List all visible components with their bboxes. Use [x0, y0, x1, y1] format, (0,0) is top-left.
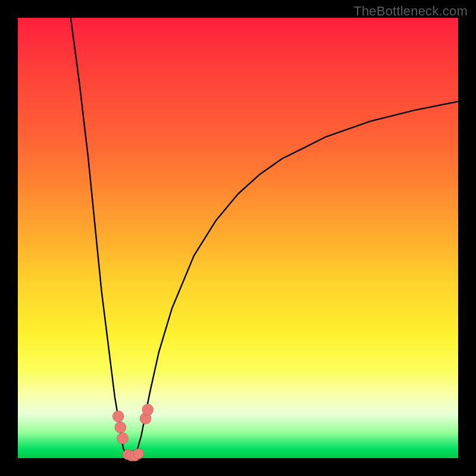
curve-svg — [18, 18, 458, 458]
plot-area — [18, 18, 458, 458]
curve-right-branch — [132, 102, 458, 458]
data-point — [133, 449, 144, 459]
data-point — [112, 411, 124, 422]
curve-left-branch — [71, 18, 133, 458]
chart-frame: TheBottleneck.com — [0, 0, 476, 476]
watermark-text: TheBottleneck.com — [353, 4, 468, 19]
data-markers — [112, 404, 154, 461]
data-point — [117, 433, 129, 444]
data-point — [115, 422, 126, 433]
data-point — [142, 404, 154, 415]
